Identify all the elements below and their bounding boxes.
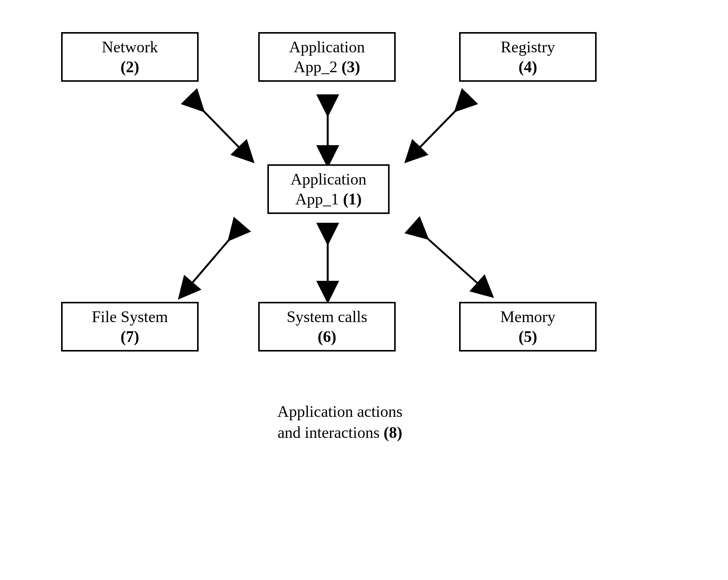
node-network-label: Network: [102, 37, 158, 57]
caption-line1: Application actions: [244, 401, 435, 422]
diagram-caption: Application actions and interactions (8): [244, 401, 435, 443]
node-systemcalls: System calls (6): [258, 302, 396, 352]
node-filesystem-label: File System: [92, 307, 168, 327]
node-memory-label: Memory: [500, 307, 556, 327]
diagram-container: Network (2) Application App_2 (3) Regist…: [0, 0, 728, 580]
node-app2-label: Application: [289, 37, 365, 57]
svg-line-3: [189, 228, 239, 287]
node-memory-num: (5): [519, 327, 537, 347]
node-app1-label: Application: [291, 169, 366, 190]
svg-line-0: [193, 100, 243, 151]
svg-line-2: [416, 100, 466, 151]
node-filesystem-num: (7): [121, 327, 139, 347]
node-app2: Application App_2 (3): [258, 32, 396, 82]
node-app2-line2: App_2 (3): [294, 57, 360, 77]
node-app1: Application App_1 (1): [267, 164, 390, 214]
node-network: Network (2): [61, 32, 199, 82]
node-memory: Memory (5): [459, 302, 597, 352]
node-registry-num: (4): [519, 57, 537, 77]
node-filesystem: File System (7): [61, 302, 199, 352]
node-network-num: (2): [121, 57, 139, 77]
node-registry: Registry (4): [459, 32, 597, 82]
node-app1-line2: App_1 (1): [295, 189, 362, 209]
caption-line2: and interactions (8): [244, 422, 435, 443]
svg-line-5: [416, 228, 481, 287]
arrows-layer: [0, 0, 728, 580]
node-systemcalls-num: (6): [318, 327, 336, 347]
node-registry-label: Registry: [501, 37, 555, 57]
node-systemcalls-label: System calls: [286, 307, 367, 327]
